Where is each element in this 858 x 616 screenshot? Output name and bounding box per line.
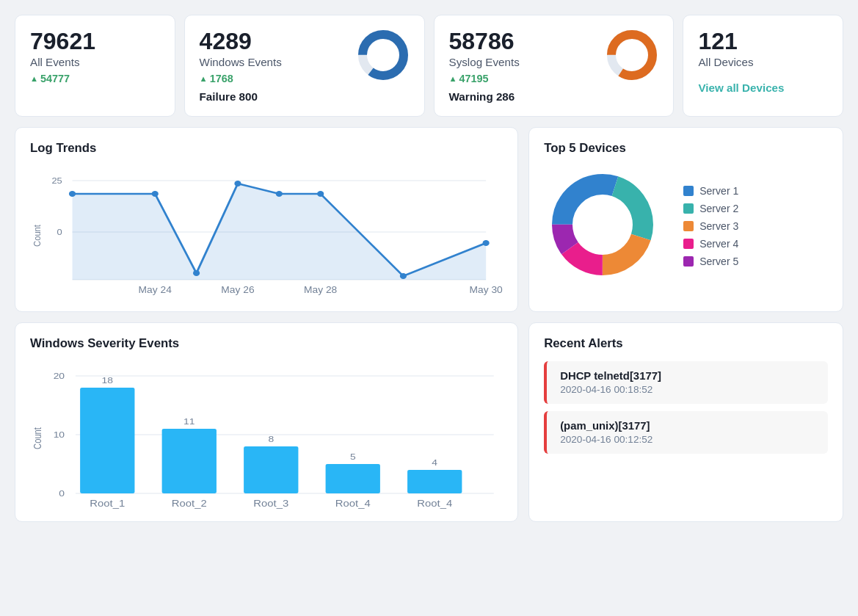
windows-events-donut	[357, 29, 410, 81]
log-trends-card: Log Trends 25 0 Count	[15, 127, 518, 312]
dashboard: 79621 All Events 54777 4289 Windows Even…	[15, 15, 843, 522]
stat-card-syslog-events: 58786 Syslog Events 47195 Warning 286	[434, 15, 675, 117]
syslog-events-label: Syslog Events	[449, 56, 606, 68]
log-trends-title: Log Trends	[30, 141, 503, 156]
alert-title-1: (pam_unix)[3177]	[560, 420, 818, 432]
svg-text:Root_1: Root_1	[90, 499, 125, 509]
windows-severity-title: Windows Severity Events	[30, 336, 503, 351]
log-trends-chart: 25 0 Count	[30, 166, 503, 298]
svg-point-15	[193, 270, 200, 276]
svg-point-2	[368, 40, 398, 70]
svg-point-19	[400, 273, 407, 279]
legend-item-server3: Server 3	[683, 220, 738, 232]
svg-text:May 28: May 28	[304, 285, 337, 295]
stat-card-all-devices: 121 All Devices View all Devices	[683, 15, 843, 117]
svg-text:May 24: May 24	[139, 285, 172, 295]
recent-alerts-card: Recent Alerts DHCP telnetd[3177] 2020-04…	[528, 322, 843, 522]
legend-label-server4: Server 4	[699, 238, 738, 250]
bar-root4b	[407, 470, 462, 493]
alert-time-0: 2020-04-16 00:18:52	[560, 384, 818, 395]
alert-time-1: 2020-04-16 00:12:52	[560, 434, 818, 445]
svg-point-14	[152, 191, 159, 197]
legend-label-server1: Server 1	[699, 185, 738, 197]
svg-point-16	[234, 181, 241, 186]
svg-text:11: 11	[183, 417, 194, 426]
svg-point-30	[573, 195, 632, 254]
bar-root3	[244, 446, 298, 493]
stat-card-windows-events: 4289 Windows Events 1768 Failure 800	[184, 15, 425, 117]
windows-events-inner: 4289 Windows Events 1768 Failure 800	[200, 29, 410, 103]
all-events-number: 79621	[30, 29, 160, 54]
legend-dot-server4	[683, 239, 694, 249]
svg-text:Root_4: Root_4	[335, 499, 371, 509]
svg-point-13	[69, 191, 76, 197]
bar-root1	[80, 388, 134, 493]
windows-events-number: 4289	[200, 29, 357, 54]
syslog-events-donut	[606, 29, 658, 81]
top5-inner: Server 1 Server 2 Server 3 Server 4	[544, 166, 828, 286]
bar-root2	[162, 429, 217, 493]
top5-donut	[544, 166, 661, 286]
svg-text:10: 10	[54, 430, 65, 439]
syslog-events-inner: 58786 Syslog Events 47195 Warning 286	[449, 29, 659, 103]
top5-legend: Server 1 Server 2 Server 3 Server 4	[683, 185, 738, 267]
svg-point-18	[317, 191, 324, 197]
svg-text:Count: Count	[32, 225, 43, 247]
stats-row: 79621 All Events 54777 4289 Windows Even…	[15, 15, 843, 117]
alert-item-1: (pam_unix)[3177] 2020-04-16 00:12:52	[544, 411, 828, 454]
top5-devices-title: Top 5 Devices	[544, 141, 828, 156]
svg-text:5: 5	[350, 452, 356, 461]
svg-text:0: 0	[57, 228, 62, 237]
svg-point-5	[617, 40, 647, 70]
alert-item-0: DHCP telnetd[3177] 2020-04-16 00:18:52	[544, 361, 828, 404]
svg-text:Root_4: Root_4	[417, 499, 452, 509]
legend-dot-server5	[683, 256, 694, 267]
legend-dot-server2	[683, 203, 694, 214]
windows-events-label: Windows Events	[200, 56, 357, 68]
svg-text:May 26: May 26	[221, 285, 254, 295]
svg-text:Count: Count	[32, 427, 43, 449]
recent-alerts-title: Recent Alerts	[544, 336, 828, 351]
syslog-events-number: 58786	[449, 29, 606, 54]
windows-events-delta: 1768	[200, 73, 357, 84]
windows-severity-chart: 20 10 0 Count 18 11 8	[30, 361, 503, 508]
legend-item-server4: Server 4	[683, 238, 738, 250]
all-devices-number: 121	[698, 29, 828, 54]
windows-events-text: 4289 Windows Events 1768 Failure 800	[200, 29, 357, 103]
alert-title-0: DHCP telnetd[3177]	[560, 370, 818, 382]
svg-text:0: 0	[59, 489, 65, 498]
windows-events-sub: Failure 800	[200, 90, 357, 103]
svg-text:4: 4	[432, 458, 437, 467]
legend-item-server1: Server 1	[683, 185, 738, 197]
syslog-events-sub: Warning 286	[449, 90, 606, 103]
svg-text:8: 8	[268, 435, 274, 443]
bottom-row: Windows Severity Events 20 10 0 Count	[15, 322, 843, 522]
legend-label-server2: Server 2	[699, 203, 738, 214]
legend-item-server5: Server 5	[683, 256, 738, 267]
all-events-label: All Events	[30, 56, 160, 68]
svg-point-20	[483, 240, 490, 246]
bar-root4a	[326, 464, 380, 493]
svg-text:20: 20	[54, 372, 65, 380]
stat-card-all-events: 79621 All Events 54777	[15, 15, 175, 117]
windows-severity-card: Windows Severity Events 20 10 0 Count	[15, 322, 518, 522]
syslog-events-delta: 47195	[449, 73, 606, 84]
svg-text:Root_2: Root_2	[172, 499, 207, 509]
syslog-events-text: 58786 Syslog Events 47195 Warning 286	[449, 29, 606, 103]
legend-dot-server1	[683, 186, 694, 196]
svg-text:25: 25	[51, 176, 62, 186]
svg-text:Root_3: Root_3	[253, 499, 288, 509]
all-devices-label: All Devices	[698, 56, 828, 68]
svg-point-17	[276, 191, 283, 197]
svg-text:18: 18	[102, 376, 113, 385]
legend-label-server5: Server 5	[699, 256, 738, 267]
svg-text:May 30: May 30	[470, 285, 503, 295]
legend-item-server2: Server 2	[683, 203, 738, 214]
top5-devices-card: Top 5 Devices	[528, 127, 843, 312]
legend-label-server3: Server 3	[699, 220, 738, 232]
view-all-devices-link[interactable]: View all Devices	[698, 81, 784, 94]
legend-dot-server3	[683, 221, 694, 231]
all-events-delta: 54777	[30, 73, 160, 84]
middle-row: Log Trends 25 0 Count	[15, 127, 843, 312]
